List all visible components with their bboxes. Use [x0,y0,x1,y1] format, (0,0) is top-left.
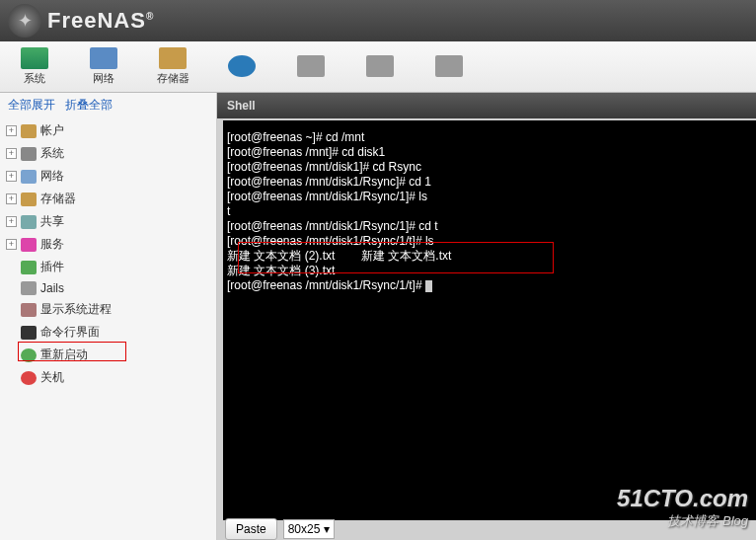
toolbar-jails[interactable] [415,41,484,92]
plug-icon [21,261,37,274]
tree-label: 存储器 [40,191,76,207]
expand-icon[interactable]: + [6,239,17,250]
terminal-line: [root@freenas /mnt/disk1/Rsync/1/t]# [227,278,752,293]
net-icon [21,170,37,184]
tree-label: Jails [40,281,64,295]
toolbar-system[interactable]: 系统 [0,41,69,92]
terminal-line: [root@freenas /mnt/disk1/Rsync]# cd 1 [227,175,752,190]
tree-label: 系统 [40,145,64,162]
jails-icon [435,55,463,77]
tree-item-1[interactable]: +系统 [0,142,216,165]
sidebar: 全部展开 折叠全部 +帐户+系统+网络+存储器+共享+服务插件Jails显示系统… [0,93,217,540]
expand-icon[interactable]: + [6,216,17,227]
sys-icon [21,147,37,161]
expand-icon[interactable]: + [6,171,17,182]
toolbar-refresh[interactable] [207,41,276,92]
tree-item-0[interactable]: +帐户 [0,119,216,142]
tree-item-2[interactable]: +网络 [0,165,216,188]
expand-all-link[interactable]: 全部展开 [8,98,55,112]
tree-item-11[interactable]: 关机 [0,366,216,389]
expand-icon[interactable]: + [6,193,17,204]
terminal-line: [root@freenas /mnt/disk1/Rsync/1]# cd t [227,219,752,234]
tree-label: 帐户 [40,122,64,139]
tree-label: 关机 [40,369,64,386]
cursor [425,280,432,292]
terminal-line: [root@freenas ~]# cd /mnt [227,130,752,145]
tree-label: 共享 [40,213,64,230]
tree-item-5[interactable]: +服务 [0,233,216,256]
toolbar-storage[interactable]: 存储器 [138,41,207,92]
terminal-controls: Paste 80x25 ▾ [225,518,335,540]
app-header: ✦ FreeNAS® [0,0,756,41]
reboot-icon [21,348,37,362]
chart-icon [21,47,48,69]
terminal-line: 新建 文本文档 (3).txt [227,264,752,278]
tree-label: 服务 [40,236,64,253]
tree-item-4[interactable]: +共享 [0,210,216,233]
terminal-line: [root@freenas /mnt/disk1/Rsync/1]# ls [227,190,752,204]
tree-label: 重新启动 [40,347,88,363]
terminal-line: t [227,204,752,219]
expand-icon[interactable]: + [6,125,17,136]
toolbar-plugins[interactable] [345,41,415,92]
tree-item-3[interactable]: +存储器 [0,188,216,210]
toolbar-network[interactable]: 网络 [69,41,138,92]
tree-label: 显示系统进程 [40,301,112,318]
gear-icon [297,55,325,77]
plugin-icon [366,55,394,77]
tree-item-7[interactable]: Jails [0,278,216,298]
refresh-icon [228,55,256,77]
stor-icon [21,193,37,206]
jail-icon [21,281,37,295]
tree-label: 网络 [40,168,64,185]
panel-title: Shell [217,93,756,118]
nav-tree: +帐户+系统+网络+存储器+共享+服务插件Jails显示系统进程命令行界面重新启… [0,117,216,391]
tree-item-10[interactable]: 重新启动 [0,344,216,366]
serv-icon [21,238,37,252]
share-icon [21,215,37,229]
acc-icon [21,124,37,138]
shell-icon [21,326,37,340]
tree-label: 插件 [40,259,64,275]
tree-controls: 全部展开 折叠全部 [0,93,216,117]
shut-icon [21,371,37,385]
terminal[interactable]: [root@freenas ~]# cd /mnt[root@freenas /… [223,120,756,520]
collapse-all-link[interactable]: 折叠全部 [65,98,113,112]
size-select[interactable]: 80x25 ▾ [283,519,335,539]
network-icon [90,47,117,69]
proc-icon [21,303,37,317]
terminal-line: [root@freenas /mnt/disk1]# cd Rsync [227,160,752,175]
logo-icon: ✦ [8,4,41,38]
toolbar-settings[interactable] [276,41,345,92]
tree-item-8[interactable]: 显示系统进程 [0,298,216,321]
main-toolbar: 系统 网络 存储器 [0,41,756,93]
tree-item-6[interactable]: 插件 [0,256,216,278]
brand-name: FreeNAS® [47,8,154,34]
content-pane: Shell [root@freenas ~]# cd /mnt[root@fre… [217,93,756,540]
tree-label: 命令行界面 [40,324,100,341]
terminal-line: [root@freenas /mnt]# cd disk1 [227,145,752,160]
tree-item-9[interactable]: 命令行界面 [0,321,216,344]
terminal-line: [root@freenas /mnt/disk1/Rsync/1/t]# ls [227,234,752,249]
paste-button[interactable]: Paste [225,518,277,540]
expand-icon[interactable]: + [6,148,17,159]
folder-icon [159,47,187,69]
terminal-line: 新建 文本文档 (2).txt 新建 文本文档.txt [227,249,752,264]
